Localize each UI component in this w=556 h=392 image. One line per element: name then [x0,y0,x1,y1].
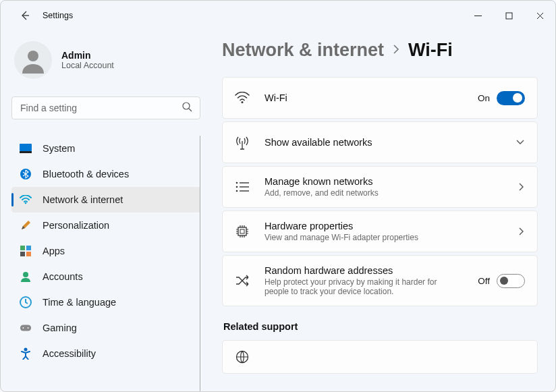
gamepad-icon [20,322,32,334]
card-hardware-properties[interactable]: Hardware properties View and manage Wi-F… [222,211,538,252]
wifi-state-label: On [478,93,490,103]
wifi-icon [20,194,32,206]
card-wifi[interactable]: Wi-Fi On [222,77,538,119]
svg-rect-7 [20,246,25,250]
svg-point-15 [28,327,29,329]
profile[interactable]: Admin Local Account [11,34,200,96]
apps-icon [20,245,32,257]
card-title: Random hardware addresses [265,265,478,276]
chevron-right-icon [518,227,525,236]
sidebar-item-label: Personalization [43,220,109,231]
svg-point-2 [183,103,190,109]
shuffle-icon [235,275,250,287]
sidebar-item-label: Accessibility [43,348,96,359]
sidebar-item-accounts[interactable]: Accounts [11,264,200,289]
settings-window: Settings Admin Local Account [0,0,556,392]
svg-point-18 [236,182,238,184]
accessibility-icon [20,347,32,360]
random-state-label: Off [478,276,490,286]
person-icon [20,271,32,283]
antenna-icon [235,135,250,150]
arrow-left-icon [20,10,30,21]
sidebar-item-label: Accounts [43,271,83,282]
chip-icon [235,224,250,239]
nav: System Bluetooth & devices Network & int… [11,136,200,391]
search-input[interactable] [11,96,200,119]
chevron-right-icon [518,182,525,192]
sidebar-item-label: Time & language [43,297,116,308]
sidebar-item-label: Gaming [43,323,77,333]
svg-rect-8 [26,246,31,250]
sidebar-item-gaming[interactable]: Gaming [11,315,200,341]
globe-icon [235,350,250,364]
wifi-icon [235,92,250,104]
chevron-right-icon [392,44,400,57]
card-title: Manage known networks [265,176,518,187]
window-controls [462,5,555,26]
bluetooth-icon [20,168,32,180]
close-icon [536,12,544,20]
random-toggle[interactable] [497,274,525,288]
sidebar-item-label: Bluetooth & devices [43,169,129,179]
card-known-networks[interactable]: Manage known networks Add, remove, and e… [222,166,538,208]
sidebar-item-time-language[interactable]: Time & language [11,289,200,315]
sidebar-item-label: Apps [43,246,65,256]
minimize-icon [474,12,482,20]
profile-subtitle: Local Account [61,61,114,70]
svg-point-14 [23,327,24,329]
card-available-networks[interactable]: Show available networks [222,121,538,163]
svg-rect-13 [20,325,31,331]
sidebar-item-personalization[interactable]: Personalization [11,213,200,238]
list-icon [235,181,250,192]
svg-rect-22 [240,229,244,233]
card-subtitle: Add, remove, and edit networks [265,188,453,198]
paintbrush-icon [20,219,32,231]
clock-globe-icon [20,296,32,308]
svg-rect-0 [506,13,512,19]
chevron-down-icon [516,139,525,146]
card-subtitle: Help protect your privacy by making it h… [265,277,453,296]
card-title: Show available networks [265,137,516,148]
svg-rect-9 [20,252,25,256]
card-related-support[interactable] [222,340,538,374]
maximize-button[interactable] [493,5,524,26]
card-random-hardware[interactable]: Random hardware addresses Help protect y… [222,255,538,306]
svg-point-17 [242,101,244,103]
sidebar-item-label: Network & internet [43,194,123,205]
card-subtitle: View and manage Wi-Fi adapter properties [265,233,453,242]
card-title: Hardware properties [265,221,518,231]
sidebar-item-apps[interactable]: Apps [11,238,200,264]
svg-point-20 [236,190,238,192]
card-title: Wi-Fi [265,92,478,103]
app-title: Settings [43,11,73,20]
nav-scrollbar[interactable] [200,136,200,391]
svg-rect-4 [20,151,32,153]
breadcrumb-parent[interactable]: Network & internet [222,40,384,61]
svg-point-6 [25,202,27,204]
sidebar-item-bluetooth[interactable]: Bluetooth & devices [11,161,200,187]
sidebar-item-accessibility[interactable]: Accessibility [11,341,200,366]
svg-rect-3 [20,144,32,151]
sidebar-item-system[interactable]: System [11,136,200,161]
svg-point-19 [236,186,238,188]
svg-rect-10 [26,252,31,256]
profile-name: Admin [61,50,114,61]
main: Network & internet Wi-Fi Wi-Fi On Show a… [210,30,555,391]
breadcrumb: Network & internet Wi-Fi [222,40,538,61]
sidebar-item-network[interactable]: Network & internet [11,187,200,213]
wifi-toggle[interactable] [497,91,525,105]
svg-rect-21 [238,227,246,235]
person-icon [20,47,47,74]
back-button[interactable] [17,7,33,24]
svg-point-1 [28,51,38,61]
titlebar: Settings [1,1,555,30]
search-icon [182,102,192,115]
maximize-icon [505,12,513,20]
sidebar-item-label: System [43,143,75,154]
search-box [11,96,200,119]
minimize-button[interactable] [462,5,493,26]
close-button[interactable] [524,5,555,26]
related-support-heading: Related support [223,321,538,332]
svg-point-11 [23,272,28,277]
avatar [14,41,52,79]
